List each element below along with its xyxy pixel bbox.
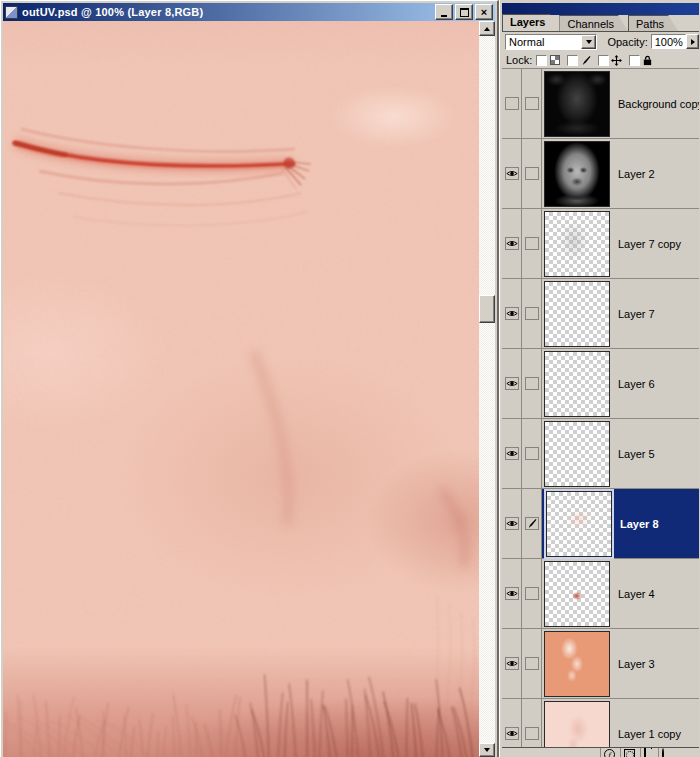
document-title: outUV.psd @ 100% (Layer 8,RGB)	[22, 6, 433, 18]
close-icon[interactable]: ×	[475, 4, 493, 20]
transparency-checker-icon	[549, 55, 560, 66]
layer-row[interactable]: Layer 7 copy	[502, 209, 699, 279]
visibility-toggle[interactable]	[502, 279, 522, 348]
eye-icon	[506, 659, 518, 668]
create-new-set-icon[interactable]	[644, 749, 658, 757]
tab-paths[interactable]: Paths	[628, 15, 678, 31]
palette-controls: Normal Opacity: 100%	[502, 31, 699, 52]
lock-transparency-checkbox[interactable]	[536, 55, 547, 66]
paint-indicator[interactable]	[522, 279, 542, 348]
layer-thumbnail[interactable]	[544, 281, 610, 347]
paintbrush-icon	[580, 55, 591, 66]
tab-layers[interactable]: Layers	[502, 14, 559, 31]
scroll-down-icon[interactable]	[479, 743, 495, 757]
layer-row[interactable]: Layer 1 copy	[502, 699, 699, 748]
scroll-up-icon[interactable]	[479, 21, 495, 36]
document-titlebar[interactable]: outUV.psd @ 100% (Layer 8,RGB) ×	[3, 3, 495, 21]
layer-name: Layer 6	[618, 378, 655, 390]
layer-row[interactable]: Layer 3	[502, 629, 699, 699]
padlock-icon	[642, 55, 653, 66]
eye-icon	[506, 729, 518, 738]
minimize-icon[interactable]	[435, 4, 453, 20]
visibility-toggle[interactable]	[502, 419, 522, 488]
layers-palette: Layers Channels Paths Normal Opacity: 10…	[499, 0, 700, 757]
paint-indicator[interactable]	[522, 209, 542, 278]
new-fill-adjustment-layer-icon[interactable]	[662, 749, 676, 757]
layer-row[interactable]: Layer 8	[502, 489, 699, 559]
eye-icon	[506, 519, 518, 528]
layer-list: Background copy Layer 2 La	[502, 69, 699, 748]
visibility-toggle[interactable]	[502, 349, 522, 418]
layer-name: Layer 7 copy	[618, 238, 681, 250]
paint-indicator[interactable]	[522, 349, 542, 418]
layer-row[interactable]: Layer 2	[502, 139, 699, 209]
layer-name: Layer 7	[618, 308, 655, 320]
paint-indicator[interactable]	[522, 139, 542, 208]
layer-thumbnail[interactable]	[546, 491, 612, 557]
layer-thumbnail[interactable]	[544, 211, 610, 277]
eye-icon	[506, 449, 518, 458]
layer-row[interactable]: Background copy	[502, 69, 699, 139]
layer-thumbnail[interactable]	[544, 631, 610, 697]
layer-row[interactable]: Layer 6	[502, 349, 699, 419]
vertical-scrollbar[interactable]	[479, 21, 495, 757]
maximize-icon[interactable]	[455, 4, 473, 20]
move-icon	[611, 55, 622, 66]
visibility-toggle[interactable]	[502, 629, 522, 698]
visibility-toggle[interactable]	[502, 559, 522, 628]
visibility-toggle[interactable]	[502, 209, 522, 278]
visibility-toggle[interactable]	[502, 69, 522, 138]
layer-row[interactable]: Layer 7	[502, 279, 699, 349]
paint-indicator[interactable]	[522, 699, 542, 748]
layer-row[interactable]: Layer 4	[502, 559, 699, 629]
paint-indicator[interactable]	[522, 489, 542, 558]
layer-thumbnail[interactable]	[544, 351, 610, 417]
canvas-art	[3, 21, 479, 757]
opacity-slider-arrow-icon[interactable]	[686, 34, 699, 49]
eye-icon	[506, 169, 518, 178]
palette-titlebar[interactable]	[502, 3, 699, 15]
visibility-toggle[interactable]	[502, 489, 522, 558]
layer-name: Layer 3	[618, 658, 655, 670]
palette-tabs: Layers Channels Paths	[502, 15, 699, 32]
tab-channels[interactable]: Channels	[559, 15, 627, 31]
scrollbar-thumb[interactable]	[479, 295, 495, 323]
add-layer-style-icon[interactable]: f	[604, 749, 618, 757]
layer-name: Layer 5	[618, 448, 655, 460]
layer-name: Background copy	[618, 98, 699, 110]
layer-thumbnail[interactable]	[544, 71, 610, 137]
lock-all-checkbox[interactable]	[629, 55, 640, 66]
add-layer-mask-icon[interactable]	[624, 749, 638, 757]
layer-name: Layer 1 copy	[618, 728, 681, 740]
photoshop-document-icon	[5, 6, 18, 19]
lock-position-checkbox[interactable]	[598, 55, 609, 66]
visibility-toggle[interactable]	[502, 699, 522, 748]
paint-indicator[interactable]	[522, 69, 542, 138]
visibility-toggle[interactable]	[502, 139, 522, 208]
eye-icon	[506, 239, 518, 248]
opacity-input[interactable]: 100%	[651, 34, 686, 49]
blend-mode-value: Normal	[506, 36, 581, 48]
lock-row: Lock:	[502, 52, 699, 69]
layer-name: Layer 4	[618, 588, 655, 600]
layer-thumbnail[interactable]	[544, 561, 610, 627]
image-canvas[interactable]	[3, 21, 479, 757]
eye-icon	[506, 379, 518, 388]
lock-image-checkbox[interactable]	[567, 55, 578, 66]
paint-indicator[interactable]	[522, 419, 542, 488]
paint-indicator[interactable]	[522, 629, 542, 698]
eye-icon	[506, 589, 518, 598]
palette-bottom-bar: f	[502, 747, 699, 757]
layer-name: Layer 8	[620, 518, 659, 530]
blend-mode-select[interactable]: Normal	[505, 34, 597, 50]
layer-row[interactable]: Layer 5	[502, 419, 699, 489]
layer-thumbnail[interactable]	[544, 141, 610, 207]
layer-thumbnail[interactable]	[544, 421, 610, 487]
document-window: outUV.psd @ 100% (Layer 8,RGB) ×	[0, 0, 499, 757]
opacity-label: Opacity:	[607, 36, 647, 48]
layer-thumbnail[interactable]	[544, 701, 610, 749]
layer-name: Layer 2	[618, 168, 655, 180]
chevron-down-icon[interactable]	[581, 35, 596, 49]
paint-indicator[interactable]	[522, 559, 542, 628]
eye-icon	[506, 309, 518, 318]
